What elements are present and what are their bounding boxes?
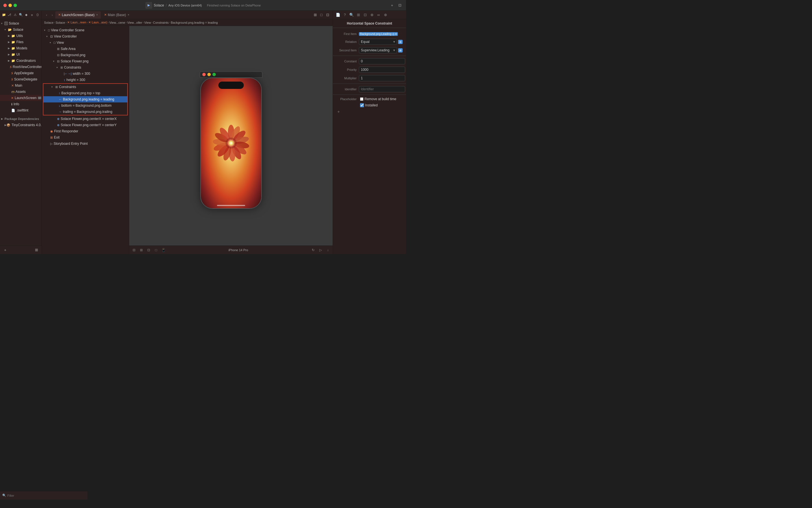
sidebar-item-info[interactable]: ▶ ℹ Info <box>0 101 42 107</box>
breakpoint-icon[interactable]: ◆ <box>24 13 29 17</box>
tab-close-button[interactable]: × <box>128 13 130 16</box>
search-icon[interactable]: 🔍 <box>18 13 23 17</box>
sidebar-item-rootviewcontroller[interactable]: ▶ 𝑺 RootViewController <box>0 64 42 70</box>
breadcrumb-item[interactable]: ✕ Laun...ase) <box>88 20 107 24</box>
sidebar-item-appdelegate[interactable]: ▶ 𝑺 AppDelegate <box>0 70 42 76</box>
add-constraint-button[interactable]: ＋ <box>336 110 341 114</box>
canvas-zoom-in-button[interactable]: ⊞ <box>139 248 144 253</box>
priority-input[interactable] <box>359 67 405 73</box>
scene-item-entry-point[interactable]: ▾ ▷ Storyboard Entry Point <box>42 140 129 147</box>
inspector-bindings-button[interactable]: ∞ <box>376 12 381 18</box>
sidebar-toggle-button[interactable]: ⊡ <box>397 3 403 8</box>
sidebar-item-scenedelegate[interactable]: ▶ 𝑺 SceneDelegate <box>0 76 42 82</box>
scene-item-flower[interactable]: ▾ ⊟ Solace Flower.png <box>42 58 129 65</box>
scene-item-height[interactable]: ▾ ↕ height = 300 <box>42 77 129 83</box>
scene-item-constraints-outer[interactable]: ▾ ⊞ Constraints <box>43 84 127 90</box>
canvas-fit-button[interactable]: ⊡ <box>146 248 151 253</box>
scene-item-vc-scene[interactable]: ▾ □ View Controller Scene <box>42 27 129 33</box>
scene-item-safe-area[interactable]: ▾ ⊞ Safe Area <box>42 46 129 52</box>
report-icon[interactable]: ≡ <box>30 13 34 17</box>
add-editor-button[interactable]: □ <box>319 12 324 18</box>
tab-main[interactable]: ✕ Main (Base) × <box>101 11 132 18</box>
canvas-orientation-button[interactable]: ↻ <box>311 248 316 253</box>
sidebar-item-assets[interactable]: ▶ 🗃 Assets <box>0 89 42 95</box>
sidebar-item-ui[interactable]: ▶ 📁 UI <box>0 51 42 57</box>
filter-button[interactable]: ⊞ <box>34 247 39 253</box>
breadcrumb-item[interactable]: View <box>144 21 151 24</box>
canvas-device-button[interactable]: 📱 <box>161 248 166 253</box>
scene-item-width[interactable]: ▾ |←→| width = 300 <box>42 71 129 77</box>
folder-icon[interactable]: 📁 <box>2 13 6 17</box>
sidebar-item-tinyconstraints[interactable]: ▶ 📦 TinyConstraints 4.0.2 <box>0 122 42 128</box>
vcs-icon[interactable]: ⎇ <box>7 13 12 17</box>
breadcrumb-item[interactable]: View...oller <box>127 21 142 24</box>
canvas-preview-button[interactable]: ▷ <box>318 248 323 253</box>
window-controls[interactable] <box>3 4 17 7</box>
scene-item-bg-bottom[interactable]: ▾ ↓ bottom = Background.png.bottom <box>43 102 127 109</box>
sidebar-item-solace-project[interactable]: ▾ 🅂 Solace <box>0 20 42 27</box>
minimize-button[interactable] <box>8 4 12 7</box>
breadcrumb-item[interactable]: View...cene <box>109 21 125 24</box>
placeholder-checkbox[interactable] <box>360 97 363 101</box>
canvas-zoom-out-button[interactable]: ⊟ <box>132 248 137 253</box>
breadcrumb-item[interactable]: Solace <box>56 21 65 24</box>
scene-item-vc[interactable]: ▾ ⊡ View Controller <box>42 33 129 40</box>
symbols-icon[interactable]: ⟨⟩ <box>35 13 40 17</box>
sidebar-item-solace-folder[interactable]: ▾ 📂 Solace <box>0 27 42 33</box>
relation-dropdown[interactable]: Equal ▾ <box>359 39 397 45</box>
inspector-identity-button[interactable]: 🔍 <box>349 12 354 18</box>
scene-item-exit[interactable]: ▾ ⊠ Exit <box>42 134 129 140</box>
identifier-input[interactable] <box>359 86 405 92</box>
tab-forward-button[interactable]: › <box>50 12 55 17</box>
add-file-button[interactable]: ＋ <box>2 247 8 253</box>
sidebar-item-coordinators[interactable]: ▶ 📁 Coordinators <box>0 57 42 64</box>
multiplier-input[interactable] <box>359 75 405 81</box>
relation-badge-button[interactable]: ⊕ <box>398 40 403 44</box>
installed-checkbox[interactable] <box>360 103 364 107</box>
breadcrumb-item[interactable]: ✕ Laun...reen <box>67 20 86 24</box>
sidebar-item-files[interactable]: ▶ 📁 Files <box>0 39 42 45</box>
scene-item-view[interactable]: ▾ □ View <box>42 40 129 46</box>
scene-item-background[interactable]: ▾ ⊟ Background.png <box>42 52 129 58</box>
canvas-download-button[interactable]: ↓ <box>325 248 330 253</box>
adjust-editor-button[interactable]: ⊡ <box>325 12 330 18</box>
sidebar-item-models[interactable]: ▶ 📁 Models <box>0 45 42 51</box>
inspector-connections-button[interactable]: ⊗ <box>369 12 375 18</box>
canvas-options-button[interactable]: ⊞ <box>312 12 318 18</box>
scene-item-flower-centerx[interactable]: ▾ ⊕ Solace Flower.png.centerX = centerX <box>42 116 129 122</box>
inspector-size-button[interactable]: ⊡ <box>362 12 368 18</box>
constant-input[interactable] <box>359 58 405 65</box>
inspector-attributes-button[interactable]: ⊞ <box>356 12 361 18</box>
sidebar-item-utils[interactable]: ▶ 📁 Utils <box>0 33 42 39</box>
tab-close-button[interactable]: × <box>96 13 98 16</box>
inspector-file-button[interactable]: 📄 <box>335 12 341 18</box>
second-item-badge-button[interactable]: ⊕ <box>398 48 403 52</box>
sidebar-item-label: Files <box>16 40 24 44</box>
play-button[interactable]: ▶ <box>145 2 152 9</box>
inspector-quick-help-button[interactable]: ? <box>342 12 348 18</box>
scene-item-bg-leading[interactable]: ▾ ← Background.png.leading = leading <box>43 96 127 102</box>
scene-item-flower-centery[interactable]: ▾ ⊕ Solace Flower.png.centerY = centerY <box>42 122 129 128</box>
scene-item-bg-trailing[interactable]: ▾ → trailing = Background.png.trailing <box>43 109 127 115</box>
scene-item-constraints-inner[interactable]: ▾ ⊞ Constraints <box>42 65 129 71</box>
sidebar-item-swiftlint[interactable]: ▶ 📄 .swiftlint <box>0 107 42 114</box>
add-tab-button[interactable]: ＋ <box>389 3 395 8</box>
sidebar-item-launchscreen[interactable]: ▶ ✕ LaunchScreen M <box>0 95 42 101</box>
swift-icon: 𝑺 <box>10 65 11 69</box>
canvas-layout-button[interactable]: □ <box>153 248 159 253</box>
scene-item-first-responder[interactable]: ▾ ◉ First Responder <box>42 128 129 134</box>
tab-launchscreen[interactable]: ✕ LaunchScreen (Base) × <box>55 11 101 18</box>
second-item-dropdown[interactable]: Superview.Leading ▾ <box>359 47 397 53</box>
sidebar-item-main[interactable]: ▶ ✕ Main <box>0 82 42 89</box>
breadcrumb-item[interactable]: Constraints <box>153 21 169 24</box>
breadcrumb-item[interactable]: Solace <box>44 21 54 24</box>
warning-icon[interactable]: ⚠ <box>13 13 17 17</box>
tab-back-button[interactable]: ‹ <box>44 12 49 17</box>
maximize-button[interactable] <box>13 4 17 7</box>
breadcrumb-item[interactable]: Background.png.leading = leading <box>171 21 218 24</box>
sidebar-section-packages[interactable]: ▶ Package Dependencies <box>0 116 42 122</box>
inspector-effects-button[interactable]: ⊕ <box>382 12 388 18</box>
scene-item-bg-top[interactable]: ▾ ↑ Background.png.top = top <box>43 90 127 96</box>
first-item-dropdown[interactable]: Background.png.Leading ◎ ▾ <box>359 32 398 36</box>
close-button[interactable] <box>3 4 7 7</box>
